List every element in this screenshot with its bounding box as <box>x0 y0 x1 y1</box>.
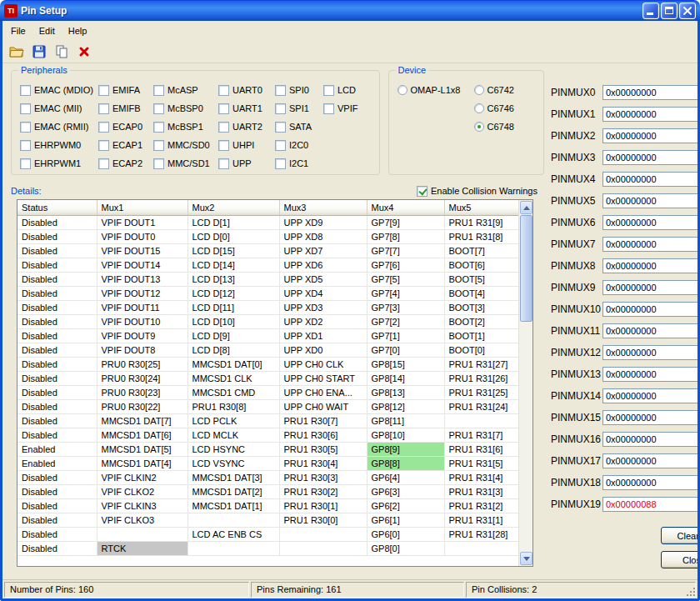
table-cell[interactable]: MMCSD1 DAT[4] <box>97 456 188 470</box>
table-cell[interactable]: Disabled <box>18 498 97 513</box>
table-cell[interactable]: UPP XD9 <box>279 215 367 229</box>
table-cell[interactable] <box>279 541 367 555</box>
peripheral-checkbox-ehrpwm1[interactable]: EHRPWM1 <box>20 158 98 169</box>
table-cell[interactable]: GP8[14] <box>367 371 444 385</box>
table-cell[interactable]: VPIF CLKO2 <box>97 484 188 498</box>
table-row[interactable]: DisabledMMCSD1 DAT[6]LCD MCLKPRU1 R30[6]… <box>18 428 520 442</box>
close-button[interactable] <box>679 3 696 19</box>
table-cell[interactable]: Disabled <box>18 328 97 343</box>
device-radio-omap-l1x8[interactable]: OMAP-L1x8 <box>398 84 474 96</box>
scrollbar-thumb[interactable] <box>520 215 532 322</box>
pinmux-input-4[interactable] <box>602 172 698 187</box>
table-cell[interactable]: Enabled <box>18 442 97 456</box>
peripheral-checkbox-emac-rmii[interactable]: EMAC (RMII) <box>20 121 98 133</box>
table-row[interactable]: DisabledVPIF DOUT11LCD D[11]UPP XD3GP7[3… <box>18 300 520 314</box>
peripheral-checkbox-ecap0[interactable]: ECAP0 <box>98 121 153 133</box>
pinmux-input-19[interactable] <box>602 497 698 512</box>
table-cell[interactable]: Disabled <box>18 215 97 229</box>
peripheral-checkbox-upp[interactable]: UPP <box>218 158 275 169</box>
peripheral-checkbox-mmc-sd0[interactable]: MMC/SD0 <box>153 139 218 151</box>
pinmux-input-10[interactable] <box>602 302 698 317</box>
table-cell[interactable]: PRU1 R31[24] <box>444 399 520 413</box>
table-row[interactable]: DisabledLCD AC ENB CSGP6[0]PRU1 R31[28] <box>18 527 520 541</box>
table-cell[interactable]: PRU1 R30[8] <box>188 399 279 413</box>
table-cell[interactable]: Disabled <box>18 300 97 314</box>
pinmux-input-7[interactable] <box>602 237 698 252</box>
maximize-button[interactable] <box>661 3 678 19</box>
table-cell[interactable]: MMCSD1 DAT[0] <box>188 357 279 371</box>
peripheral-checkbox-lcd[interactable]: LCD <box>323 84 362 96</box>
table-cell[interactable]: MMCSD1 DAT[3] <box>188 470 279 484</box>
minimize-button[interactable] <box>642 3 659 19</box>
table-cell[interactable]: GP7[5] <box>367 272 444 286</box>
table-row[interactable]: DisabledVPIF DOUT8LCD D[8]UPP XD0GP7[0]B… <box>18 343 520 357</box>
table-cell[interactable]: PRU1 R31[28] <box>444 527 520 541</box>
table-row[interactable]: DisabledVPIF CLKO2MMCSD1 DAT[2]PRU1 R30[… <box>18 484 520 498</box>
table-cell[interactable]: GP8[10] <box>367 428 444 442</box>
table-cell[interactable]: GP7[8] <box>367 229 444 243</box>
table-cell[interactable]: VPIF DOUT9 <box>97 328 188 343</box>
device-radio-c6742[interactable]: C6742 <box>474 84 514 96</box>
table-cell[interactable] <box>279 527 367 541</box>
table-cell[interactable]: BOOT[0] <box>444 343 520 357</box>
table-cell[interactable]: PRU1 R31[27] <box>444 357 520 371</box>
peripheral-checkbox-uhpi[interactable]: UHPI <box>218 139 275 151</box>
table-cell[interactable]: UPP XD2 <box>279 314 367 328</box>
table-cell[interactable]: GP7[3] <box>367 300 444 314</box>
table-cell[interactable]: UPP XD0 <box>279 343 367 357</box>
table-cell[interactable]: GP7[2] <box>367 314 444 328</box>
table-cell[interactable]: PRU0 R30[23] <box>97 385 188 399</box>
table-cell[interactable]: PRU1 R30[1] <box>279 498 367 513</box>
table-cell[interactable]: GP7[0] <box>367 343 444 357</box>
table-cell[interactable]: Disabled <box>18 314 97 328</box>
table-cell[interactable]: VPIF DOUT1 <box>97 215 188 229</box>
column-header-mux3[interactable]: Mux3 <box>279 200 367 215</box>
pinmux-input-1[interactable] <box>602 107 698 122</box>
table-cell[interactable]: UPP CH0 ENA... <box>279 385 367 399</box>
table-cell[interactable]: VPIF DOUT15 <box>97 243 188 258</box>
pinmux-input-11[interactable] <box>602 323 698 338</box>
table-cell[interactable]: GP7[7] <box>367 243 444 258</box>
table-cell[interactable]: UPP CH0 WAIT <box>279 399 367 413</box>
table-cell[interactable]: PRU0 R30[22] <box>97 399 188 413</box>
table-cell[interactable]: PRU0 R30[24] <box>97 371 188 385</box>
table-cell[interactable]: PRU1 R31[26] <box>444 371 520 385</box>
table-cell[interactable]: VPIF DOUT8 <box>97 343 188 357</box>
table-row[interactable]: DisabledPRU0 R30[24]MMCSD1 CLKUPP CH0 ST… <box>18 371 520 385</box>
table-row[interactable]: DisabledMMCSD1 DAT[7]LCD PCLKPRU1 R30[7]… <box>18 413 520 428</box>
clear-all-button[interactable]: Clear All <box>661 527 698 544</box>
table-cell[interactable]: LCD D[9] <box>188 328 279 343</box>
table-cell[interactable]: UPP CH0 START <box>279 371 367 385</box>
pinmux-input-16[interactable] <box>602 432 698 447</box>
pinmux-input-15[interactable] <box>602 410 698 425</box>
peripheral-checkbox-mcbsp0[interactable]: McBSP0 <box>153 103 218 114</box>
table-cell[interactable]: PRU0 R30[25] <box>97 357 188 371</box>
peripheral-checkbox-emac-mii[interactable]: EMAC (MII) <box>20 103 98 114</box>
pinmux-input-13[interactable] <box>602 367 698 382</box>
pinmux-input-5[interactable] <box>602 193 698 208</box>
peripheral-checkbox-ecap1[interactable]: ECAP1 <box>98 139 153 151</box>
peripheral-checkbox-uart0[interactable]: UART0 <box>218 84 275 96</box>
table-cell[interactable]: GP6[2] <box>367 498 444 513</box>
table-cell[interactable]: GP8[15] <box>367 357 444 371</box>
enable-collision-warnings-checkbox[interactable]: Enable Collision Warnings <box>417 185 538 197</box>
device-radio-c6748[interactable]: C6748 <box>474 121 514 133</box>
table-cell[interactable]: LCD HSYNC <box>188 442 279 456</box>
table-cell[interactable]: UPP CH0 CLK <box>279 357 367 371</box>
table-cell[interactable]: Disabled <box>18 513 97 527</box>
table-cell[interactable]: Disabled <box>18 484 97 498</box>
table-cell[interactable]: BOOT[4] <box>444 286 520 300</box>
table-cell[interactable]: Disabled <box>18 229 97 243</box>
table-cell[interactable]: VPIF DOUT13 <box>97 272 188 286</box>
peripheral-checkbox-mcasp[interactable]: McASP <box>153 84 218 96</box>
table-cell[interactable]: PRU1 R31[3] <box>444 484 520 498</box>
table-cell[interactable]: MMCSD1 DAT[6] <box>97 428 188 442</box>
pinmux-input-0[interactable] <box>602 85 698 100</box>
menu-help[interactable]: Help <box>62 23 94 39</box>
table-cell[interactable] <box>188 513 279 527</box>
table-cell[interactable]: Disabled <box>18 343 97 357</box>
peripheral-checkbox-i2c1[interactable]: I2C1 <box>275 158 323 169</box>
table-row[interactable]: DisabledVPIF DOUT14LCD D[14]UPP XD6GP7[6… <box>18 258 520 272</box>
table-cell[interactable]: MMCSD1 DAT[1] <box>188 498 279 513</box>
table-cell[interactable]: MMCSD1 DAT[5] <box>97 442 188 456</box>
